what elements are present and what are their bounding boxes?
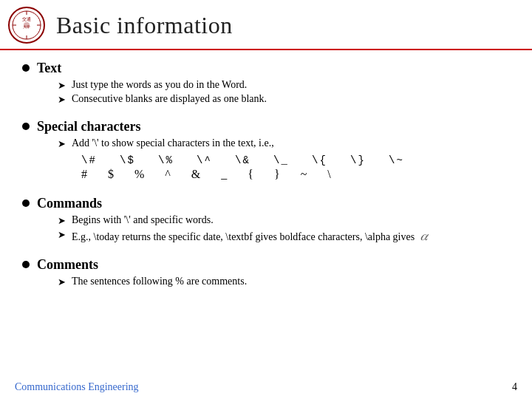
arrow-icon: ➤ <box>58 138 66 150</box>
arrow-icon: ➤ <box>58 276 66 288</box>
university-logo: 交通 大学 <box>7 6 46 44</box>
list-item: ➤ The sentences following % are comments… <box>58 276 247 288</box>
list-item-text: The sentences following % are comments. <box>72 276 247 287</box>
bullet-dot-text <box>22 64 30 72</box>
list-item: ➤ Just type the words as you do in the W… <box>58 79 267 92</box>
list-item-text: Just type the words as you do in the Wor… <box>72 79 247 91</box>
bullet-dot-comments <box>22 261 30 268</box>
arrow-icon: ➤ <box>58 80 66 92</box>
code-line: \# \$ \% \^ \& \_ \{ \} \~ <box>81 154 510 166</box>
section-text: Text ➤ Just type the words as you do in … <box>22 61 510 107</box>
list-item-text: Begins with '\' and specific words. <box>72 214 214 226</box>
section-title-text: Text <box>37 61 267 76</box>
section-special-chars: Special characters ➤ Add '\' to show spe… <box>22 119 510 184</box>
section-title-commands: Commands <box>37 196 428 211</box>
footer-page-number: 4 <box>512 381 517 393</box>
arrow-icon: ➤ <box>58 94 66 106</box>
arrow-icon: ➤ <box>58 229 66 241</box>
section-comments: Comments ➤ The sentences following % are… <box>22 257 510 290</box>
bullet-dot-special <box>22 123 30 130</box>
list-item: ➤ Consecutive blanks are displayed as on… <box>58 93 267 106</box>
special-chars-block: \# \$ \% \^ \& \_ \{ \} \~ # $ % ^ & _ {… <box>81 154 510 181</box>
page-title: Basic information <box>56 12 233 39</box>
header: 交通 大学 Basic information <box>0 0 532 50</box>
list-item-text: E.g., \today returns the specific date, … <box>72 228 428 244</box>
footer-left: Communications Engineering <box>15 381 139 393</box>
list-item: ➤ Begins with '\' and specific words. <box>58 214 428 227</box>
commands-list: ➤ Begins with '\' and specific words. ➤ … <box>58 214 428 244</box>
text-list: ➤ Just type the words as you do in the W… <box>58 79 267 106</box>
section-commands: Commands ➤ Begins with '\' and specific … <box>22 196 510 245</box>
special-list: ➤ Add '\' to show special characters in … <box>58 137 510 150</box>
list-item-text: Add '\' to show special characters in th… <box>72 137 274 149</box>
main-content: Text ➤ Just type the words as you do in … <box>0 53 532 309</box>
bullet-dot-commands <box>22 200 30 207</box>
section-title-special: Special characters <box>37 119 510 134</box>
svg-point-4 <box>24 22 30 28</box>
list-item-text: Consecutive blanks are displayed as one … <box>72 93 267 105</box>
section-title-comments: Comments <box>37 257 247 273</box>
arrow-icon: ➤ <box>58 215 66 227</box>
list-item: ➤ Add '\' to show special characters in … <box>58 137 510 150</box>
footer: Communications Engineering 4 <box>0 381 532 393</box>
svg-text:交通: 交通 <box>22 16 31 21</box>
rendered-line: # $ % ^ & _ { } ~ \ <box>81 168 510 181</box>
list-item: ➤ E.g., \today returns the specific date… <box>58 228 428 244</box>
alpha-symbol: 𝛼 <box>420 228 428 244</box>
comments-list: ➤ The sentences following % are comments… <box>58 276 247 288</box>
